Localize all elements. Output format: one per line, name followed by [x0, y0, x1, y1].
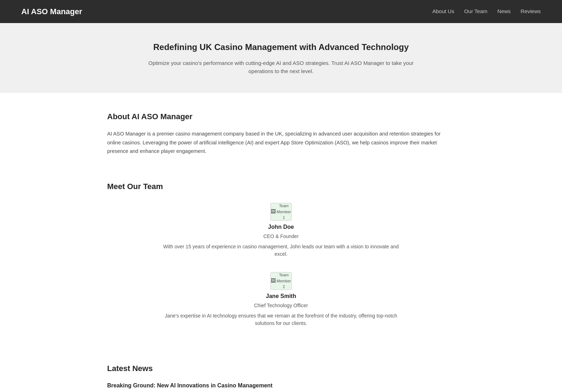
team-member-role-1: CEO & Founder [107, 233, 455, 240]
news-article: Breaking Ground: New AI Innovations in C… [107, 381, 455, 390]
team-section: Meet Our Team Team Member 1 John Doe CEO… [107, 166, 455, 348]
about-body: AI ASO Manager is a premier casino manag… [107, 129, 455, 156]
team-heading: Meet Our Team [107, 181, 455, 192]
news-article-title: Breaking Ground: New AI Innovations in C… [107, 381, 455, 390]
hero-subtitle: Optimize your casino's performance with … [139, 59, 423, 75]
team-member-2: Team Member 2 Jane Smith Chief Technolog… [107, 272, 455, 327]
team-member-1: Team Member 1 John Doe CEO & Founder Wit… [107, 203, 455, 258]
news-section: Latest News Breaking Ground: New AI Inno… [107, 348, 455, 392]
about-section: About AI ASO Manager AI ASO Manager is a… [107, 93, 455, 166]
brand-logo: AI ASO Manager [21, 6, 82, 17]
nav-link-our-team[interactable]: Our Team [464, 7, 487, 16]
site-header: AI ASO Manager About UsOur TeamNewsRevie… [0, 0, 562, 23]
team-member-bio-2: Jane's expertise in AI technology ensure… [160, 312, 402, 327]
news-heading: Latest News [107, 363, 455, 374]
team-member-name-1: John Doe [107, 223, 455, 231]
nav-link-news[interactable]: News [497, 7, 511, 16]
main-nav: About UsOur TeamNewsReviews [432, 7, 541, 16]
team-members-list: Team Member 1 John Doe CEO & Founder Wit… [107, 203, 455, 338]
team-member-img-2: Team Member 2 [270, 272, 292, 290]
team-member-bio-1: With over 15 years of experience in casi… [160, 243, 402, 258]
team-member-name-2: Jane Smith [107, 292, 455, 300]
about-heading: About AI ASO Manager [107, 111, 455, 122]
team-member-role-2: Chief Technology Officer [107, 302, 455, 309]
hero-title: Redefining UK Casino Management with Adv… [71, 41, 491, 54]
nav-link-about-us[interactable]: About Us [432, 7, 454, 16]
hero-section: Redefining UK Casino Management with Adv… [0, 23, 562, 93]
main-content: About AI ASO Manager AI ASO Manager is a… [86, 93, 476, 392]
nav-link-reviews[interactable]: Reviews [520, 7, 541, 16]
team-member-img-1: Team Member 1 [270, 203, 292, 221]
